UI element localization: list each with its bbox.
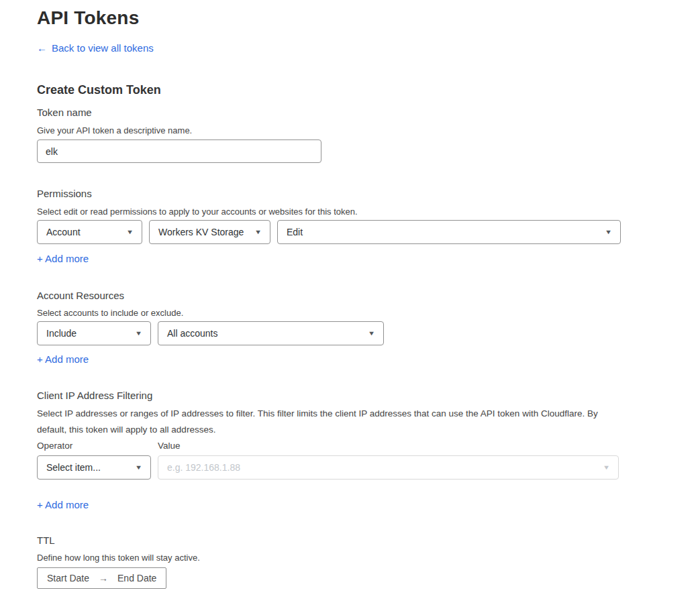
ip-value-combobox[interactable]: ▼: [158, 455, 619, 480]
api-tokens-page: API Tokens ← Back to view all tokens Cre…: [0, 0, 700, 615]
ip-filtering-add-more-link[interactable]: + Add more: [37, 498, 89, 512]
chevron-down-icon: ▼: [135, 464, 142, 471]
permissions-label: Permissions: [37, 187, 700, 201]
chevron-down-icon: ▼: [126, 229, 134, 235]
permissions-add-more-link[interactable]: + Add more: [37, 252, 89, 266]
resource-mode-value: Include: [46, 328, 77, 339]
create-custom-token-heading: Create Custom Token: [37, 82, 700, 98]
page-title: API Tokens: [37, 5, 700, 31]
token-name-help: Give your API token a descriptive name.: [37, 125, 700, 137]
permission-service-select[interactable]: Workers KV Storage ▼: [149, 220, 270, 244]
permission-access-value: Edit: [287, 227, 303, 237]
ip-filter-row: Select item... ▼ ▼: [37, 455, 700, 480]
end-date-field[interactable]: End Date: [117, 573, 156, 583]
operator-value-labels-row: Operator Value: [37, 440, 700, 452]
permission-scope-value: Account: [46, 227, 81, 237]
account-resources-add-more-link[interactable]: + Add more: [37, 353, 89, 366]
token-name-label: Token name: [37, 106, 700, 119]
permission-access-select[interactable]: Edit ▼: [277, 220, 621, 244]
token-name-input[interactable]: [37, 139, 321, 163]
ip-filtering-label: Client IP Address Filtering: [37, 389, 700, 402]
ttl-label: TTL: [37, 534, 700, 547]
resource-mode-select[interactable]: Include ▼: [37, 321, 151, 345]
permissions-select-row: Account ▼ Workers KV Storage ▼ Edit ▼: [37, 220, 700, 244]
back-to-tokens-link[interactable]: ← Back to view all tokens: [37, 42, 154, 55]
back-link-label: Back to view all tokens: [52, 42, 154, 55]
account-resources-select-row: Include ▼ All accounts ▼: [37, 321, 700, 345]
chevron-down-icon: ▼: [135, 330, 142, 337]
ip-filtering-help: Select IP addresses or ranges of IP addr…: [37, 406, 613, 438]
permissions-help: Select edit or read permissions to apply…: [37, 206, 700, 218]
right-arrow-icon: →: [99, 573, 108, 583]
ttl-help: Define how long this token will stay act…: [37, 552, 700, 564]
account-resources-label: Account Resources: [37, 289, 700, 302]
start-date-field[interactable]: Start Date: [47, 573, 89, 583]
chevron-down-icon: ▼: [605, 229, 612, 235]
chevron-down-icon: ▼: [254, 229, 262, 235]
permission-service-value: Workers KV Storage: [158, 227, 244, 237]
resource-accounts-value: All accounts: [167, 328, 217, 339]
operator-label: Operator: [37, 440, 151, 452]
ttl-date-range-picker[interactable]: Start Date → End Date: [37, 567, 166, 589]
ip-operator-value: Select item...: [46, 462, 101, 473]
chevron-down-icon: ▼: [368, 330, 375, 337]
chevron-down-icon: ▼: [603, 464, 610, 471]
resource-accounts-select[interactable]: All accounts ▼: [158, 321, 384, 345]
ip-value-input[interactable]: [167, 462, 597, 473]
value-label: Value: [158, 440, 181, 452]
left-arrow-icon: ←: [37, 42, 47, 55]
account-resources-help: Select accounts to include or exclude.: [37, 307, 700, 319]
permission-scope-select[interactable]: Account ▼: [37, 220, 142, 244]
ip-operator-select[interactable]: Select item... ▼: [37, 455, 151, 480]
